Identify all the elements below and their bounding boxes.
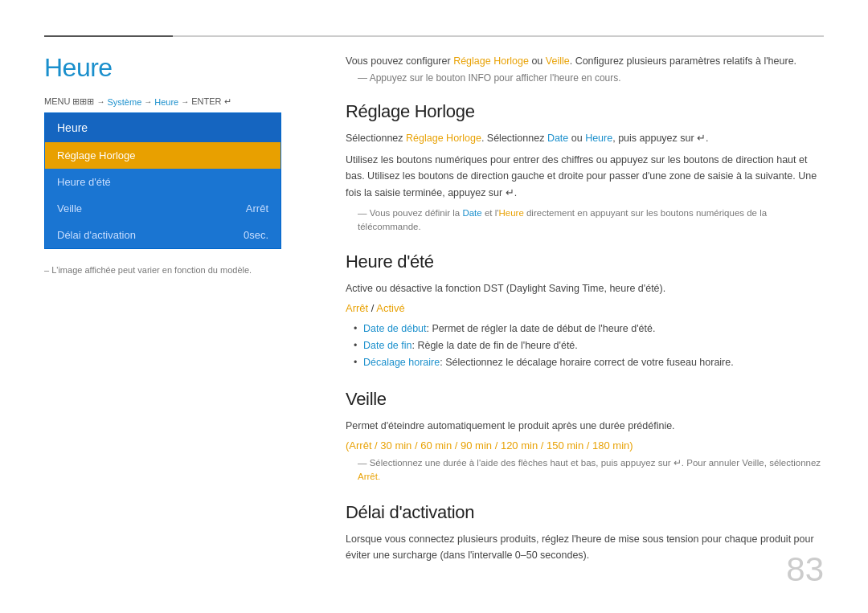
heure-ete-status: Arrêt / Activé — [346, 302, 824, 314]
menu-box-header: Heure — [45, 113, 280, 142]
menu-item-value-veille: Arrêt — [246, 202, 268, 215]
link-reglage-horloge-intro: Réglage Horloge — [453, 55, 529, 67]
section-title-heure-ete: Heure d'été — [346, 251, 824, 272]
status-separator: / — [368, 302, 376, 314]
status-arret: Arrêt — [346, 302, 368, 314]
page-title: Heure — [44, 53, 113, 83]
veille-options-text: (Arrêt / 30 min / 60 min / 90 min / 120 … — [346, 439, 633, 452]
menu-path-systeme: Système — [107, 97, 141, 107]
link-veille-intro: Veille — [546, 55, 570, 67]
menu-path-enter: ENTER ↵ — [191, 96, 231, 107]
reglage-horloge-text2: Utilisez les boutons numériques pour ent… — [346, 152, 824, 202]
bullet-date-fin: Date de fin: Règle la date de fin de l'h… — [354, 337, 824, 354]
note-link-date: Date — [462, 208, 481, 218]
veille-options: (Arrêt / 30 min / 60 min / 90 min / 120 … — [346, 439, 824, 452]
bullet-text-date-debut: : Permet de régler la date de début de l… — [427, 323, 656, 334]
veille-note-arret: Arrêt. — [358, 472, 380, 481]
section-reglage-horloge: Réglage Horloge Sélectionnez Réglage Hor… — [346, 101, 824, 234]
menu-box: Heure Réglage Horloge Heure d'été Veille… — [44, 112, 281, 249]
page-number: 83 — [786, 550, 824, 589]
arrow1: → — [96, 97, 104, 106]
left-panel: Heure Réglage Horloge Heure d'été Veille… — [44, 112, 281, 275]
reglage-horloge-note: Vous pouvez définir la Date et l'Heure d… — [346, 206, 824, 235]
veille-note: Sélectionnez une durée à l'aide des flèc… — [346, 456, 824, 484]
right-content: Vous pouvez configurer Réglage Horloge o… — [346, 53, 824, 569]
section-title-delai-activation: Délai d'activation — [346, 502, 824, 523]
intro-text: Vous pouvez configurer Réglage Horloge o… — [346, 53, 824, 69]
bullet-text-decalage-horaire: : Sélectionnez le décalage horaire corre… — [440, 357, 734, 368]
menu-path: MENU ⊞⊞⊞ → Système → Heure → ENTER ↵ — [44, 96, 231, 107]
bullet-date-debut: Date de début: Permet de régler la date … — [354, 321, 824, 337]
link-heure: Heure — [585, 133, 612, 144]
section-delai-activation: Délai d'activation Lorsque vous connecte… — [346, 502, 824, 564]
bullet-label-date-fin: Date de fin — [363, 340, 411, 351]
menu-items-list: Réglage Horloge Heure d'été Veille Arrêt… — [45, 142, 280, 248]
menu-item-label-delai-activation: Délai d'activation — [57, 229, 136, 241]
status-active: Activé — [376, 302, 404, 314]
section-title-reglage-horloge: Réglage Horloge — [346, 101, 824, 122]
bullet-label-decalage-horaire: Décalage horaire — [363, 357, 440, 368]
menu-item-reglage-horloge[interactable]: Réglage Horloge — [45, 142, 280, 169]
veille-text: Permet d'éteindre automatiquement le pro… — [346, 418, 824, 435]
section-veille: Veille Permet d'éteindre automatiquement… — [346, 389, 824, 484]
menu-item-delai-activation[interactable]: Délai d'activation 0sec. — [45, 222, 280, 248]
reglage-horloge-text1: Sélectionnez Réglage Horloge. Sélectionn… — [346, 130, 824, 147]
heure-ete-bullets: Date de début: Permet de régler la date … — [346, 321, 824, 372]
delai-activation-text: Lorsque vous connectez plusieurs produit… — [346, 531, 824, 564]
menu-item-label-heure-ete: Heure d'été — [57, 176, 111, 188]
menu-item-heure-ete[interactable]: Heure d'été — [45, 169, 280, 195]
bullet-decalage-horaire: Décalage horaire: Sélectionnez le décala… — [354, 354, 824, 371]
top-line-accent — [44, 35, 173, 37]
menu-item-label-reglage-horloge: Réglage Horloge — [57, 149, 136, 161]
arrow3: → — [181, 97, 189, 106]
note-link-heure: Heure — [498, 208, 523, 218]
heure-ete-text: Active ou désactive la fonction DST (Day… — [346, 280, 824, 297]
menu-path-heure: Heure — [154, 97, 178, 107]
section-title-veille: Veille — [346, 389, 824, 410]
link-date: Date — [547, 133, 568, 144]
menu-item-veille[interactable]: Veille Arrêt — [45, 195, 280, 222]
intro-note: Appuyez sur le bouton INFO pour afficher… — [346, 72, 824, 84]
bullet-label-date-debut: Date de début — [363, 323, 427, 334]
section-heure-ete: Heure d'été Active ou désactive la fonct… — [346, 251, 824, 371]
link-reglage-horloge: Réglage Horloge — [406, 133, 481, 144]
menu-item-value-delai-activation: 0sec. — [244, 229, 268, 241]
menu-path-menu: MENU ⊞⊞⊞ — [44, 96, 94, 107]
image-note: L'image affichée peut varier en fonction… — [44, 265, 281, 275]
arrow2: → — [144, 97, 152, 106]
bullet-text-date-fin: : Règle la date de fin de l'heure d'été. — [411, 340, 577, 351]
menu-item-label-veille: Veille — [57, 202, 82, 215]
